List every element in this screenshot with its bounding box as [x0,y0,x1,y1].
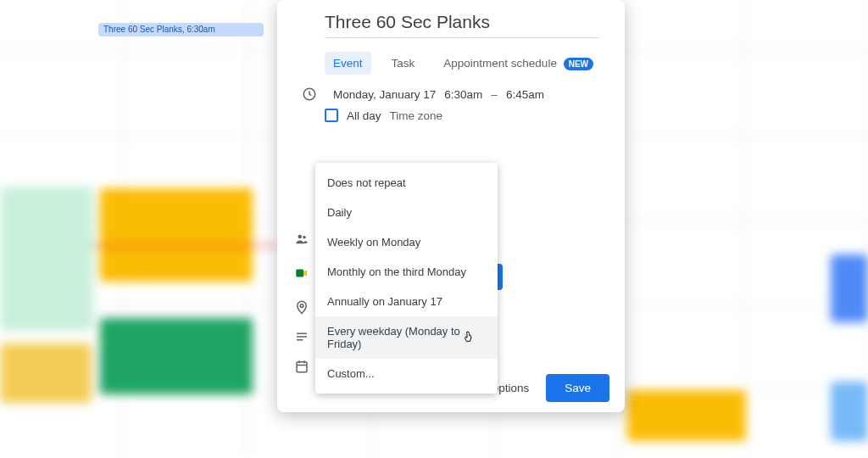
new-badge: NEW [564,58,593,70]
people-icon [294,232,311,250]
repeat-option-monthly[interactable]: Monthly on the third Monday [315,257,498,287]
location-icon [294,299,311,318]
repeat-dropdown: Does not repeat Daily Weekly on Monday M… [315,163,498,394]
allday-row: All day Time zone [277,105,625,126]
svg-rect-3 [296,270,303,277]
clock-icon [294,87,325,102]
tab-appointment[interactable]: Appointment schedule NEW [435,52,602,75]
event-chip[interactable]: Three 60 Sec Planks, 6:30am [98,23,264,36]
svg-point-2 [303,236,306,239]
repeat-option-daily[interactable]: Daily [315,198,498,227]
svg-point-1 [298,235,303,239]
svg-rect-8 [297,362,307,372]
timezone-link[interactable]: Time zone [390,109,443,122]
svg-point-4 [300,304,303,308]
allday-checkbox[interactable] [325,109,338,122]
repeat-option-custom[interactable]: Custom... [315,359,498,388]
tab-event[interactable]: Event [325,52,371,75]
event-end-time[interactable]: 6:45am [506,88,544,101]
save-button[interactable]: Save [546,374,609,402]
repeat-option-none[interactable]: Does not repeat [315,168,498,198]
event-title[interactable]: Three 60 Sec Planks [325,12,599,38]
tab-appointment-label: Appointment schedule [443,57,557,70]
event-date[interactable]: Monday, January 17 [333,88,436,101]
event-start-time[interactable]: 6:30am [444,88,482,101]
time-separator: – [491,88,498,101]
repeat-option-weekly[interactable]: Weekly on Monday [315,227,498,257]
time-row: Monday, January 17 6:30am – 6:45am [277,83,625,105]
description-icon [294,329,311,348]
tab-task[interactable]: Task [383,52,424,75]
event-type-tabs: Event Task Appointment schedule NEW [325,52,625,75]
allday-label: All day [347,109,381,122]
meet-icon [294,265,311,284]
cursor-icon [462,329,476,347]
repeat-option-annually[interactable]: Annually on January 17 [315,287,498,316]
